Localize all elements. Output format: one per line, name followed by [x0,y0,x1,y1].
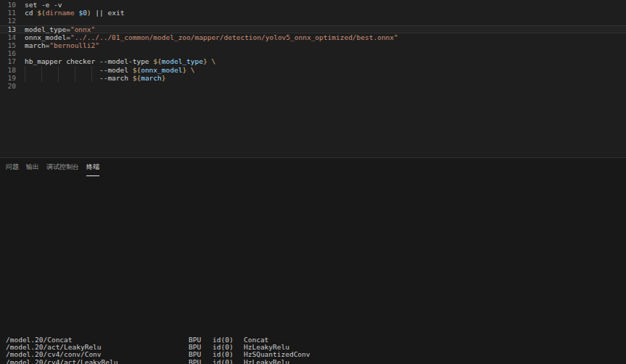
token-fg: onnx_model= [25,33,70,41]
code-text: model_type="onnx" [16,25,95,33]
line-number[interactable]: 18 [0,66,16,74]
token-var: march [141,74,162,82]
token-var: $0 [78,9,86,17]
code-line[interactable]: 16 [0,49,626,57]
token-gold: ${ [133,74,141,82]
code-text: --march ${march} [16,74,166,82]
token-fg: --model [99,66,133,74]
token-gold: ${ [153,57,161,65]
token-str: "bernoulli2" [49,41,99,49]
panel-tab-debug-console[interactable]: 调试控制台 [46,158,79,176]
line-number[interactable]: 14 [0,33,16,41]
code-line[interactable]: 18 --model ${onnx_model} \ [0,66,626,74]
token-str: dirname [46,9,75,17]
code-text: set -e -v [16,1,62,9]
code-line[interactable]: 14onnx_model="../../../01_common/model_z… [0,33,626,41]
code-text: hb_mapper checker --model-type ${model_t… [16,57,215,65]
token-gold: } [162,74,166,82]
token-fg: model_type= [25,25,70,33]
token-str: "onnx" [70,25,95,33]
panel-tab-terminal[interactable]: 终端 [86,158,99,176]
line-number[interactable]: 16 [0,49,16,57]
indent-guides [25,74,99,82]
line-number[interactable]: 19 [0,74,16,82]
line-number[interactable]: 10 [0,1,16,9]
token-fg: || exit [91,9,125,17]
token-var: model_type [162,57,203,65]
code-line[interactable]: 20 [0,82,626,90]
code-text: march="bernoulli2" [16,41,99,49]
panel-tab-problems[interactable]: 问题 [6,158,19,176]
token-fg: march= [25,41,49,49]
line-number[interactable]: 15 [0,41,16,49]
node-id: id(0) [213,359,244,364]
token-gold: $( [37,9,45,17]
token-fg: --march [99,74,133,82]
code-line[interactable]: 17hb_mapper checker --model-type ${model… [0,57,626,65]
token-fg: set -e -v [25,1,62,9]
code-text: onnx_model="../../../01_common/model_zoo… [16,33,398,41]
terminal-node-row: /model.20/cv4/act/LeakyReluBPUid(0)HzLea… [6,359,626,364]
code-line-current[interactable]: 13model_type="onnx" [0,25,626,33]
code-line[interactable]: 11cd $(dirname $0) || exit [0,9,626,17]
line-number[interactable]: 13 [0,25,16,33]
token-fg: hb_mapper checker --model-type [25,57,153,65]
line-number[interactable]: 12 [0,17,16,25]
panel-tab-output[interactable]: 输出 [26,158,39,176]
panel-tab-bar: 问题输出调试控制台终端 [0,158,626,176]
token-str: "../../../01_common/model_zoo/mapper/det… [70,33,398,41]
indent-guides [25,66,99,74]
line-number[interactable]: 20 [0,82,16,90]
node-path: /model.20/cv4/act/LeakyRelu [6,359,189,364]
node-unit: BPU [189,359,213,364]
line-number[interactable]: 11 [0,9,16,17]
token-gold: \ [191,66,195,74]
code-line[interactable]: 10set -e -v [0,1,626,9]
token-fg: cd [25,9,37,17]
node-op-type: HzLeakyRelu [244,358,289,364]
code-editor[interactable]: 10set -e -v11cd $(dirname $0) || exit121… [0,0,626,157]
code-line[interactable]: 15march="bernoulli2" [0,41,626,49]
code-text: cd $(dirname $0) || exit [16,9,124,17]
token-gold: \ [211,57,215,65]
code-line[interactable]: 12 [0,17,626,25]
line-number[interactable]: 17 [0,57,16,65]
token-var: onnx_model [141,66,182,74]
terminal-output[interactable]: /model.20/ConcatBPUid(0)Concat/model.20/… [0,334,626,364]
code-text: --model ${onnx_model} \ [16,66,195,74]
token-gold: ${ [133,66,141,74]
bottom-panel: 问题输出调试控制台终端 /model.20/ConcatBPUid(0)Conc… [0,157,626,364]
code-line[interactable]: 19 --march ${march} [0,74,626,82]
